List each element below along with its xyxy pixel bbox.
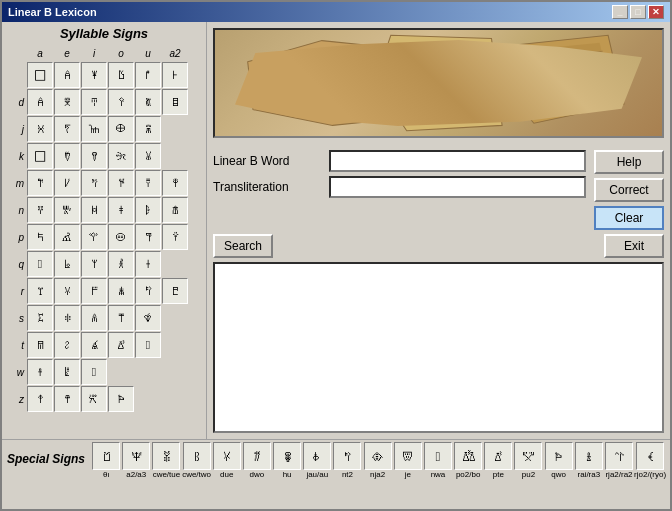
sign-cell[interactable]: 𐀐 <box>135 116 161 142</box>
sign-cell[interactable]: 𐀱 <box>162 278 188 304</box>
sign-cell[interactable]: 𐀁 <box>54 62 80 88</box>
sign-cell[interactable]: 𐀧 <box>27 251 53 277</box>
special-sign-item[interactable]: 𐁋je <box>393 442 423 480</box>
sign-cell[interactable]: 𐀴 <box>81 305 107 331</box>
special-sign-item[interactable]: 𐁇θι <box>91 442 121 480</box>
transliteration-input[interactable] <box>329 176 586 198</box>
sign-cell[interactable]: 𐀭 <box>54 278 80 304</box>
sign-cell[interactable]: 𐀪 <box>108 251 134 277</box>
sign-cell[interactable]: 𐀖 <box>54 170 80 196</box>
sign-cell[interactable]: 𐁂 <box>108 386 134 412</box>
search-button[interactable]: Search <box>213 234 273 258</box>
sign-cell[interactable]: 𐀺 <box>108 332 134 358</box>
special-sign-item[interactable]: 𐁊jau/au <box>302 442 332 480</box>
sign-cell[interactable]: 𐀁 <box>27 89 53 115</box>
sign-cell[interactable]: 𐀀 <box>27 62 53 88</box>
sign-cell[interactable]: 𐀆 <box>54 89 80 115</box>
sign-cell[interactable]: 𐀑 <box>54 143 80 169</box>
sign-cell[interactable]: 𐀉 <box>135 89 161 115</box>
special-sign-item[interactable]: 𐁄po2/bo <box>453 442 483 480</box>
special-sign-item[interactable]: 𐁆a2/a3 <box>121 442 151 480</box>
sign-cell[interactable]: 𐀟 <box>135 197 161 223</box>
special-sign-item[interactable]: 𐁍nja2 <box>363 442 393 480</box>
sign-cell[interactable]: 𐀽 <box>54 359 80 385</box>
sign-cell[interactable]: 𐀇 <box>81 89 107 115</box>
sign-cell[interactable]: 𐀅 <box>162 62 188 88</box>
close-button[interactable]: ✕ <box>648 5 664 19</box>
sign-cell[interactable]: 𐀢 <box>54 224 80 250</box>
special-sign-item[interactable]: 𐁌cwe/two <box>182 442 212 480</box>
special-sign-item[interactable]: 𐁉cwe/tue <box>151 442 181 480</box>
sign-cell[interactable]: 𐀏 <box>108 116 134 142</box>
sign-cell[interactable]: 𐀩 <box>81 251 107 277</box>
sign-cell[interactable]: 𐀂 <box>81 62 107 88</box>
sign-cell[interactable]: 𐀈 <box>108 89 134 115</box>
sign-cell[interactable]: 𐀤 <box>108 224 134 250</box>
special-sign-item[interactable]: 𐀭due <box>212 442 242 480</box>
sign-cell[interactable]: 𐀷 <box>27 332 53 358</box>
sign-cell[interactable]: 𐀀 <box>27 143 53 169</box>
results-area[interactable] <box>213 262 664 433</box>
sign-cell[interactable]: 𐀵 <box>108 305 134 331</box>
special-sign-item[interactable]: 𐁈dwo <box>242 442 272 480</box>
special-sign-item[interactable]: 𐁃hu <box>272 442 302 480</box>
sign-cell[interactable]: 𐀋 <box>27 116 53 142</box>
sign-cell[interactable]: 𐀦 <box>162 224 188 250</box>
sign-cell[interactable]: 𐀳 <box>54 305 80 331</box>
linear-b-word-input[interactable] <box>329 150 586 172</box>
svg-marker-7 <box>383 43 493 121</box>
clear-button[interactable]: Clear <box>594 206 664 230</box>
sign-cell[interactable]: 𐀄 <box>135 62 161 88</box>
special-sign-item[interactable]: 𐁅pu2 <box>513 442 543 480</box>
sign-cell[interactable]: 𐀃 <box>108 62 134 88</box>
sign-cell[interactable]: 𐀯 <box>108 278 134 304</box>
sign-cell[interactable]: 𐀎 <box>81 116 107 142</box>
sign-cell[interactable]: 𐀞 <box>108 197 134 223</box>
help-button[interactable]: Help <box>594 150 664 174</box>
special-sign-item[interactable]: 𐁓rjo2/(ryo) <box>634 442 666 480</box>
correct-button[interactable]: Correct <box>594 178 664 202</box>
sign-cell[interactable]: 𐀸 <box>54 332 80 358</box>
special-sign-item[interactable]: 𐀰nt2 <box>332 442 362 480</box>
sign-cell[interactable]: 𐀰 <box>135 278 161 304</box>
sign-cell[interactable]: 𐀠 <box>162 197 188 223</box>
sign-cell[interactable]: 𐀻 <box>135 332 161 358</box>
sign-cell[interactable]: 𐀘 <box>108 170 134 196</box>
sign-cell[interactable]: 𐁀 <box>54 386 80 412</box>
sign-cell[interactable]: 𐀾 <box>81 359 107 385</box>
sign-cell[interactable]: 𐀮 <box>81 278 107 304</box>
sign-cell[interactable]: 𐀜 <box>54 197 80 223</box>
sign-cell[interactable]: 𐀙 <box>135 170 161 196</box>
sign-cell[interactable]: 𐀗 <box>81 170 107 196</box>
maximize-button[interactable]: □ <box>630 5 646 19</box>
sign-cell[interactable]: 𐀝 <box>81 197 107 223</box>
sign-cell[interactable]: 𐀚 <box>162 170 188 196</box>
sign-cell[interactable]: 𐀹 <box>81 332 107 358</box>
special-sign-item[interactable]: 𐁎nwa <box>423 442 453 480</box>
sign-cell[interactable]: 𐁁 <box>81 386 107 412</box>
sign-cell[interactable]: 𐀊 <box>162 89 188 115</box>
sign-cell[interactable]: 𐀔 <box>135 143 161 169</box>
sign-cell[interactable]: 𐀼 <box>27 359 53 385</box>
special-sign-label: jau/au <box>306 471 328 480</box>
special-sign-item[interactable]: 𐀺pte <box>483 442 513 480</box>
sign-cell[interactable]: 𐀨 <box>54 251 80 277</box>
sign-cell[interactable]: 𐀒 <box>81 143 107 169</box>
sign-cell[interactable]: 𐀫 <box>135 251 161 277</box>
special-sign-item[interactable]: 𐁑rai/ra3 <box>574 442 604 480</box>
special-sign-item[interactable]: 𐁒rja2/ra2 <box>604 442 634 480</box>
special-sign-item[interactable]: 𐁂qwo <box>544 442 574 480</box>
sign-cell[interactable]: 𐀥 <box>135 224 161 250</box>
sign-cell[interactable]: 𐀬 <box>27 278 53 304</box>
sign-cell[interactable]: 𐀓 <box>108 143 134 169</box>
sign-cell[interactable]: 𐀶 <box>135 305 161 331</box>
sign-cell[interactable]: 𐀣 <box>81 224 107 250</box>
sign-cell[interactable]: 𐀛 <box>27 197 53 223</box>
sign-cell[interactable]: 𐀿 <box>27 386 53 412</box>
minimize-button[interactable]: _ <box>612 5 628 19</box>
sign-cell[interactable]: 𐀡 <box>27 224 53 250</box>
sign-cell[interactable]: 𐀲 <box>27 305 53 331</box>
exit-button[interactable]: Exit <box>604 234 664 258</box>
sign-cell[interactable]: 𐀕 <box>27 170 53 196</box>
sign-cell[interactable]: 𐀍 <box>54 116 80 142</box>
